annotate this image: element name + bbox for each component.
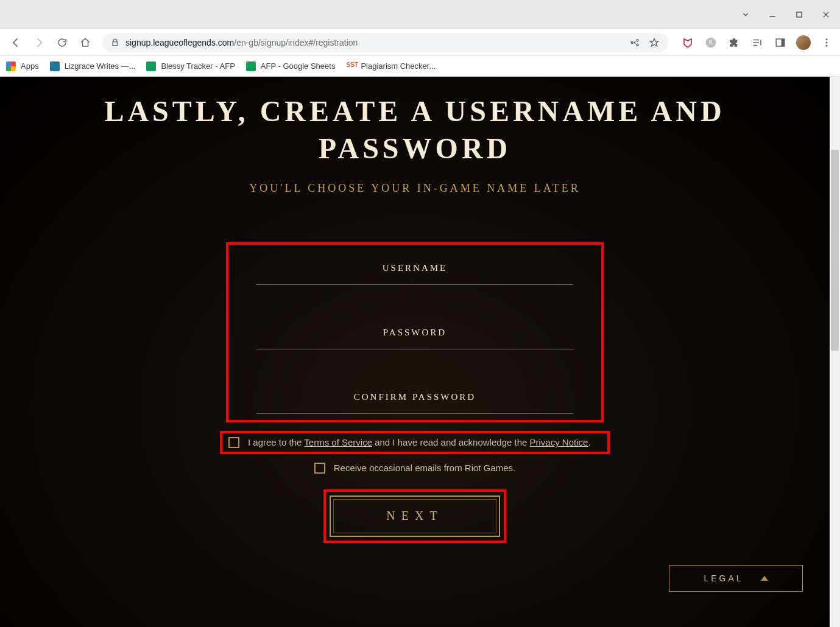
bookmark-label: Apps [21,61,39,71]
tos-link[interactable]: Terms of Service [304,437,372,447]
next-button[interactable]: NEXT [330,496,500,537]
password-field[interactable]: PASSWORD [256,328,573,349]
privacy-link[interactable]: Privacy Notice [530,437,588,447]
bookmark-label: Plagiarism Checker... [361,61,436,71]
toolbar-icons: K [680,35,834,50]
sst-icon: SST [346,61,356,71]
profile-avatar[interactable] [796,35,811,50]
legal-label: LEGAL [704,573,743,583]
terms-text: I agree to the Terms of Service and I ha… [248,437,591,447]
password-label: PASSWORD [256,328,573,338]
url-text: signup.leagueoflegends.com/en-gb/signup/… [125,38,358,47]
window-maximize-button[interactable] [792,8,806,21]
media-icon[interactable] [750,35,764,50]
apps-icon [6,61,16,71]
home-button[interactable] [76,33,95,52]
sheets-icon [146,61,156,71]
svg-text:K: K [709,39,713,46]
apps-bookmark[interactable]: Apps [6,61,39,71]
bookmark-label: Lizgrace Writes —... [65,61,136,71]
sidepanel-icon[interactable] [773,35,788,50]
window-dropdown-icon[interactable] [739,8,752,21]
sheets-icon [246,61,256,71]
bookmarks-bar: Apps Lizgrace Writes —... Blessy Tracker… [0,56,840,77]
svg-rect-0 [797,12,802,16]
next-button-label: NEXT [386,509,443,523]
share-icon[interactable] [629,37,640,48]
scrollbar[interactable] [830,77,840,627]
input-underline [256,284,573,285]
page-viewport: LASTLY, CREATE A USERNAME AND PASSWORD Y… [0,77,840,627]
wordpress-icon [50,61,60,71]
bookmark-item[interactable]: AFP - Google Sheets [246,61,336,71]
lock-icon [111,38,119,47]
extension-k-icon[interactable]: K [704,35,718,50]
terms-agree-highlight: I agree to the Terms of Service and I ha… [220,431,610,454]
window-chrome [0,0,840,29]
svg-point-5 [826,38,828,40]
input-underline [256,349,573,349]
terms-checkbox[interactable] [228,437,239,448]
chevron-up-icon [761,576,768,581]
address-bar[interactable]: signup.leagueoflegends.com/en-gb/signup/… [102,33,668,52]
bookmark-label: AFP - Google Sheets [261,61,336,71]
svg-rect-4 [782,39,785,46]
signup-content: LASTLY, CREATE A USERNAME AND PASSWORD Y… [0,77,830,627]
bookmark-star-icon[interactable] [649,37,660,48]
svg-point-7 [826,44,828,46]
bookmark-item[interactable]: SST Plagiarism Checker... [346,61,436,71]
page-title: LASTLY, CREATE A USERNAME AND PASSWORD [104,93,725,167]
newsletter-text: Receive occasional emails from Riot Game… [334,463,515,473]
bookmark-label: Blessy Tracker - AFP [161,61,235,71]
bookmark-item[interactable]: Lizgrace Writes —... [50,61,136,71]
svg-point-6 [826,41,828,43]
scrollbar-thumb[interactable] [831,150,839,351]
page-subtitle: YOU'LL CHOOSE YOUR IN-GAME NAME LATER [249,182,580,195]
menu-icon[interactable] [819,35,834,50]
newsletter-checkbox[interactable] [314,463,325,474]
legal-dropdown[interactable]: LEGAL [669,565,803,592]
bookmark-item[interactable]: Blessy Tracker - AFP [146,61,235,71]
extensions-icon[interactable] [727,35,741,50]
window-minimize-button[interactable] [766,8,779,21]
address-bar-row: signup.leagueoflegends.com/en-gb/signup/… [0,29,840,56]
forward-button[interactable] [29,33,49,52]
back-button[interactable] [6,33,26,52]
confirm-password-label: CONFIRM PASSWORD [256,392,573,402]
username-label: USERNAME [256,263,573,273]
input-underline [256,413,573,414]
mcafee-icon[interactable] [680,35,695,50]
username-field[interactable]: USERNAME [256,263,573,285]
confirm-password-field[interactable]: CONFIRM PASSWORD [256,392,573,414]
reload-button[interactable] [52,33,72,52]
window-close-button[interactable] [819,8,833,21]
credentials-form-highlight: USERNAME PASSWORD CONFIRM PASSWORD [226,242,604,422]
newsletter-row: Receive occasional emails from Riot Game… [314,463,515,474]
next-button-highlight: NEXT [323,489,506,543]
